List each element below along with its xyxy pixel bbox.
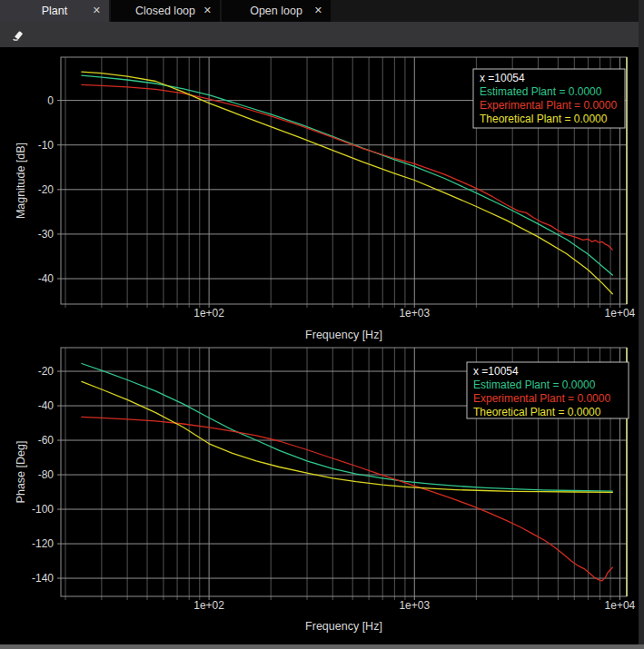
svg-text:1e+02: 1e+02 — [193, 307, 224, 320]
close-icon[interactable]: ✕ — [203, 5, 212, 15]
tab-plant[interactable]: Plant ✕ — [0, 0, 109, 22]
svg-text:-30: -30 — [38, 228, 54, 241]
svg-text:Theoretical Plant = 0.0000: Theoretical Plant = 0.0000 — [473, 406, 601, 418]
svg-text:0: 0 — [47, 94, 54, 107]
svg-text:Frequency [Hz]: Frequency [Hz] — [305, 620, 382, 633]
svg-text:1e+04: 1e+04 — [605, 599, 636, 612]
svg-text:Frequency [Hz]: Frequency [Hz] — [305, 329, 382, 341]
svg-text:Magnitude [dB]: Magnitude [dB] — [15, 143, 27, 219]
tab-label: Plant — [42, 5, 68, 17]
svg-text:-60: -60 — [38, 434, 54, 447]
svg-text:Theoretical Plant = 0.0000: Theoretical Plant = 0.0000 — [480, 113, 608, 125]
phase-chart[interactable]: 1e+021e+031e+04-20-40-60-80-100-120-140x… — [0, 347, 644, 649]
right-edge-strip — [639, 0, 644, 649]
svg-text:Experimental Plant = 0.0000: Experimental Plant = 0.0000 — [473, 392, 610, 405]
svg-text:-120: -120 — [32, 537, 54, 550]
svg-text:x =10054: x =10054 — [473, 365, 519, 378]
svg-text:1e+04: 1e+04 — [605, 307, 636, 320]
svg-text:-10: -10 — [38, 139, 54, 152]
svg-text:-80: -80 — [38, 468, 54, 481]
legend: x =10054Estimated Plant = 0.0000Experime… — [473, 69, 625, 128]
tab-closed-loop[interactable]: Closed loop ✕ — [111, 0, 220, 22]
tab-open-loop[interactable]: Open loop ✕ — [222, 0, 331, 22]
svg-text:Experimental Plant = 0.0000: Experimental Plant = 0.0000 — [480, 99, 617, 112]
svg-text:1e+02: 1e+02 — [193, 599, 224, 612]
toolbar — [0, 22, 644, 47]
tab-bar: Plant ✕ Closed loop ✕ Open loop ✕ — [0, 0, 644, 22]
close-icon[interactable]: ✕ — [314, 5, 322, 15]
tab-label: Closed loop — [135, 5, 195, 17]
tab-label: Open loop — [250, 5, 302, 17]
app-window: Plant ✕ Closed loop ✕ Open loop ✕ 1e+021… — [0, 0, 644, 649]
eraser-button[interactable] — [5, 24, 27, 45]
bottom-edge-bar[interactable] — [0, 644, 644, 649]
close-icon[interactable]: ✕ — [93, 5, 101, 15]
svg-text:Estimated Plant = 0.0000: Estimated Plant = 0.0000 — [473, 379, 596, 391]
svg-text:-40: -40 — [38, 272, 54, 285]
svg-text:Phase [Deg]: Phase [Deg] — [15, 441, 27, 504]
legend: x =10054Estimated Plant = 0.0000Experime… — [467, 362, 629, 418]
svg-text:-140: -140 — [32, 572, 54, 585]
svg-text:-20: -20 — [38, 365, 54, 378]
magnitude-chart[interactable]: 1e+021e+031e+040-10-20-30-40x =10054Esti… — [0, 47, 644, 347]
eraser-icon — [9, 27, 24, 42]
svg-text:Estimated Plant = 0.0000: Estimated Plant = 0.0000 — [480, 85, 602, 98]
svg-text:1e+03: 1e+03 — [399, 599, 430, 612]
svg-text:-100: -100 — [32, 503, 54, 516]
svg-text:-20: -20 — [38, 183, 54, 196]
svg-text:-40: -40 — [38, 399, 54, 412]
svg-text:1e+03: 1e+03 — [399, 307, 430, 320]
svg-text:x =10054: x =10054 — [480, 72, 525, 84]
